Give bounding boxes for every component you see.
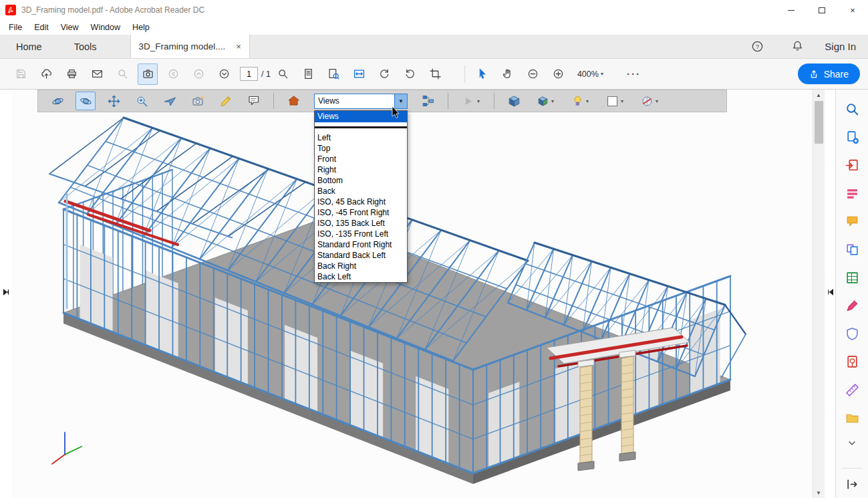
views-dropdown-item[interactable]: Top xyxy=(315,143,407,154)
views-combobox-value: Views xyxy=(315,96,394,106)
background-color-button[interactable]: ▾ xyxy=(601,92,628,110)
export-pdf-button[interactable] xyxy=(841,156,863,174)
zoom-level-dropdown[interactable]: 400%▾ xyxy=(574,64,607,85)
zoom-3d-button[interactable] xyxy=(132,92,152,110)
comment-3d-icon xyxy=(248,95,261,108)
views-dropdown-item[interactable]: Right xyxy=(315,164,407,175)
export-table-button[interactable] xyxy=(841,269,863,286)
play-animation-button[interactable]: ▾ xyxy=(458,92,484,110)
fly-3d-button[interactable] xyxy=(160,92,180,110)
menu-edit[interactable]: Edit xyxy=(28,21,55,33)
page-down-button[interactable] xyxy=(214,64,234,85)
views-dropdown-item[interactable]: ISO, 45 Back Right xyxy=(315,197,407,207)
close-button[interactable]: × xyxy=(837,0,868,20)
render-cube-button[interactable] xyxy=(504,92,524,110)
fill-sign-button[interactable] xyxy=(841,297,863,314)
previous-view-button[interactable] xyxy=(163,64,183,85)
zoom-in-button[interactable] xyxy=(549,64,569,85)
menu-window[interactable]: Window xyxy=(85,21,126,33)
spin-3d-button[interactable] xyxy=(76,92,96,110)
fit-width-button[interactable] xyxy=(349,64,370,85)
views-dropdown-item[interactable]: Back xyxy=(315,186,407,197)
marquee-zoom-button[interactable] xyxy=(112,64,132,85)
views-dropdown-item[interactable]: Front xyxy=(315,154,407,164)
hand-tool-button[interactable] xyxy=(498,64,518,85)
open-tools-pane-button[interactable] xyxy=(841,475,863,493)
page-number-input[interactable] xyxy=(240,67,258,81)
notifications-button[interactable] xyxy=(787,36,807,57)
page-display-button[interactable] xyxy=(299,64,319,85)
page-up-button[interactable] xyxy=(188,64,208,85)
panel-search-icon xyxy=(845,102,859,116)
views-dropdown-item[interactable]: ISO, -45 Front Right xyxy=(315,207,407,218)
views-dropdown-item[interactable]: Bottom xyxy=(315,175,407,186)
views-dropdown-item[interactable]: Back Left xyxy=(315,271,407,282)
document-tab-close-button[interactable]: × xyxy=(236,41,241,51)
combine-files-button[interactable] xyxy=(841,241,863,258)
scroll-down-button[interactable]: ▼ xyxy=(813,487,824,498)
help-button[interactable]: ? xyxy=(747,36,767,57)
toolbar3d-separator xyxy=(494,93,494,109)
lighting-button[interactable]: ▾ xyxy=(567,92,593,110)
zoom-region-button[interactable] xyxy=(324,64,344,85)
views-dropdown-item[interactable]: Standard Back Left xyxy=(315,250,407,261)
menu-view[interactable]: View xyxy=(55,21,85,33)
rotate-3d-button[interactable] xyxy=(47,92,67,110)
rotate-ccw-button[interactable] xyxy=(375,64,395,85)
render-mode-button[interactable]: ▾ xyxy=(532,92,559,110)
upload-share-button[interactable] xyxy=(36,64,56,85)
camera-3d-button[interactable] xyxy=(188,92,208,110)
scrollbar-thumb[interactable] xyxy=(815,101,823,144)
tab-tools[interactable]: Tools xyxy=(58,35,113,58)
zoom-3d-icon xyxy=(136,95,148,108)
rotate-cw-button[interactable] xyxy=(400,64,420,85)
views-combobox[interactable]: Views ▼ Views Left Top Front Right Botto… xyxy=(314,94,408,109)
3d-model-canvas[interactable] xyxy=(12,112,813,498)
vertical-scrollbar[interactable]: ▲ ▼ xyxy=(813,90,824,498)
pan-3d-button[interactable] xyxy=(104,92,124,110)
measure-panel-button[interactable] xyxy=(841,381,863,398)
previous-view-icon xyxy=(168,68,179,80)
minimize-button[interactable] xyxy=(776,0,807,20)
zoom-out-button[interactable] xyxy=(523,64,543,85)
print-button[interactable] xyxy=(61,64,82,85)
default-view-button[interactable] xyxy=(283,92,303,110)
comment-3d-button[interactable] xyxy=(244,92,264,110)
share-button[interactable]: Share xyxy=(798,64,860,84)
share-icon xyxy=(809,70,819,79)
views-dropdown-item[interactable]: ISO, 135 Back Left xyxy=(315,218,407,229)
organize-pages-button[interactable] xyxy=(841,184,863,202)
panel-search-button[interactable] xyxy=(841,100,863,118)
more-tools-chevron-button[interactable] xyxy=(841,437,863,449)
comment-button[interactable] xyxy=(841,213,863,230)
pdf-standards-button[interactable] xyxy=(841,353,863,370)
tab-document[interactable]: 3D_Framing model.... × xyxy=(130,35,250,58)
views-dropdown-item[interactable]: Standard Front Right xyxy=(315,239,407,250)
expand-left-pane-button[interactable] xyxy=(3,289,9,295)
crop-button[interactable] xyxy=(426,64,446,85)
protect-button[interactable] xyxy=(841,325,863,342)
find-button[interactable] xyxy=(273,64,293,85)
maximize-button[interactable] xyxy=(807,0,837,20)
tab-home[interactable]: Home xyxy=(0,35,58,58)
menu-file[interactable]: File xyxy=(3,21,28,33)
measure-3d-button[interactable] xyxy=(216,92,236,110)
sign-in-button[interactable]: Sign In xyxy=(825,41,856,52)
model-tree-button[interactable] xyxy=(418,92,438,110)
select-tool-button[interactable] xyxy=(472,64,492,85)
more-tools-button[interactable]: ··· xyxy=(627,68,641,80)
collapse-right-pane-button[interactable] xyxy=(828,289,833,295)
views-dropdown-item[interactable]: ISO, -135 Front Left xyxy=(315,229,407,239)
create-pdf-button[interactable] xyxy=(841,128,863,146)
files-button[interactable] xyxy=(841,409,863,426)
snapshot-button[interactable] xyxy=(138,64,158,85)
views-dropdown-item[interactable]: Left xyxy=(315,132,407,143)
menu-help[interactable]: Help xyxy=(126,21,156,33)
maximize-icon xyxy=(819,7,825,13)
views-dropdown-item[interactable]: Back Right xyxy=(315,261,407,271)
rotate-cw-icon xyxy=(404,68,416,80)
save-button[interactable] xyxy=(11,64,31,85)
email-button[interactable] xyxy=(87,64,107,85)
cross-section-button[interactable]: ▾ xyxy=(636,92,663,110)
scroll-up-button[interactable]: ▲ xyxy=(813,90,824,100)
